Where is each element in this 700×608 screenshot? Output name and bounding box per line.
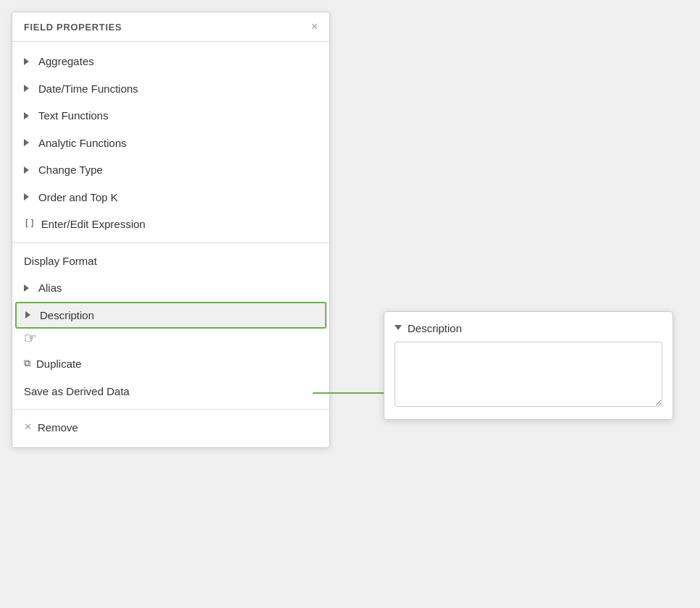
menu-item-label: Remove (38, 421, 78, 435)
menu-item-label: Aggregates (38, 54, 94, 69)
cursor-hand-icon: ☞ (24, 329, 37, 347)
menu-item-aggregates[interactable]: Aggregates (12, 48, 329, 75)
bracket-icon: [] (24, 218, 35, 230)
menu-item-label: Alias (38, 281, 62, 295)
menu-item-remove[interactable]: ✕ Remove (12, 414, 329, 442)
description-popup: Description (384, 311, 673, 420)
chevron-down-icon (395, 325, 402, 332)
menu-item-change-type[interactable]: Change Type (12, 156, 329, 184)
description-popup-header: Description (395, 322, 662, 334)
remove-icon: ✕ (24, 421, 32, 434)
menu-item-label: Description (40, 308, 94, 323)
panel-header: FIELD PROPERTIES × (12, 12, 329, 42)
menu-item-description[interactable]: Description ☞ (15, 302, 326, 329)
description-popup-title: Description (408, 322, 462, 334)
chevron-right-icon (24, 58, 31, 65)
divider-2 (12, 409, 329, 410)
menu-item-expression[interactable]: [] Enter/Edit Expression (12, 211, 329, 238)
duplicate-icon: ⧉ (24, 358, 30, 370)
menu-item-label: Display Format (24, 254, 97, 269)
menu-item-label: Date/Time Functions (38, 82, 138, 96)
divider-1 (12, 242, 329, 243)
chevron-right-icon (24, 284, 31, 292)
chevron-right-icon (24, 166, 31, 174)
close-button[interactable]: × (311, 21, 318, 33)
menu-item-label: Order and Top K (38, 190, 118, 205)
menu-item-label: Analytic Functions (38, 136, 127, 151)
menu-item-duplicate[interactable]: ⧉ Duplicate (12, 350, 329, 378)
menu-item-label: Text Functions (38, 109, 109, 123)
menu-item-analytic[interactable]: Analytic Functions (12, 130, 329, 157)
menu-item-label: Duplicate (36, 357, 82, 371)
field-properties-panel: FIELD PROPERTIES × Aggregates Date/Time … (12, 12, 330, 448)
menu-list: Aggregates Date/Time Functions Text Func… (12, 42, 329, 447)
menu-item-display-format[interactable]: Display Format (12, 248, 329, 275)
menu-item-label: Enter/Edit Expression (41, 217, 146, 232)
menu-item-datetime[interactable]: Date/Time Functions (12, 75, 329, 103)
chevron-right-icon (25, 311, 33, 318)
panel-title: FIELD PROPERTIES (24, 22, 122, 33)
menu-item-text-functions[interactable]: Text Functions (12, 102, 329, 130)
description-textarea[interactable] (395, 342, 662, 407)
chevron-right-icon (24, 85, 31, 92)
menu-item-label: Save as Derived Data (24, 384, 130, 399)
menu-item-save-derived[interactable]: Save as Derived Data (12, 378, 329, 405)
menu-item-label: Change Type (38, 163, 103, 177)
chevron-right-icon (24, 139, 31, 146)
chevron-right-icon (24, 112, 31, 119)
chevron-right-icon (24, 193, 31, 200)
menu-item-alias[interactable]: Alias (12, 274, 329, 302)
menu-item-order-topk[interactable]: Order and Top K (12, 184, 329, 211)
